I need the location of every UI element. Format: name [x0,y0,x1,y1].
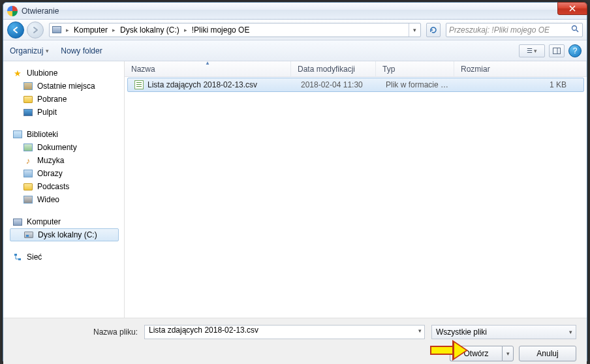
sidebar-network[interactable]: Sieć [10,250,124,264]
new-folder-button[interactable]: Nowy folder [61,46,102,55]
videos-icon [23,194,33,205]
footer: Nazwa pliku: Lista zdających 2018-02-13.… [3,318,587,364]
column-size[interactable]: Rozmiar [454,61,587,76]
column-headers: Nazwa▲ Data modyfikacji Typ Rozmiar [125,61,587,77]
file-open-dialog: Otwieranie ▸ Komputer ▸ Dysk lokalny (C:… [3,2,587,361]
breadcrumb-dropdown[interactable]: ▾ [409,23,420,37]
cancel-button[interactable]: Anuluj [519,346,576,361]
desktop-icon [23,107,33,117]
disk-icon [23,230,34,240]
help-button[interactable]: ? [568,44,582,57]
chevron-down-icon[interactable]: ▾ [418,327,422,334]
sidebar-item-downloads[interactable]: Pobrane [10,93,124,106]
view-options-button[interactable]: ☰ ▾ [519,44,545,57]
sidebar-item-music[interactable]: ♪Muzyka [10,154,124,167]
refresh-button[interactable] [426,23,441,37]
column-date[interactable]: Data modyfikacji [291,61,376,76]
breadcrumb-part[interactable]: Komputer [71,23,110,37]
star-icon: ★ [12,68,23,78]
svg-rect-4 [14,254,17,256]
breadcrumb-part[interactable]: Dysk lokalny (C:) [117,23,182,37]
sidebar-item-desktop[interactable]: Pulpit [10,106,124,119]
open-button-dropdown[interactable]: ▾ [502,346,514,361]
sidebar-item-documents[interactable]: Dokumenty [10,141,124,154]
search-input[interactable]: Przeszukaj: !Pliki mojego OE [446,23,583,37]
window-title: Otwieranie [22,7,59,16]
sidebar-favorites[interactable]: ★Ulubione [10,67,124,80]
chevron-down-icon: ▾ [569,329,572,335]
close-button[interactable] [557,2,587,15]
chevron-right-icon[interactable]: ▸ [182,27,189,33]
close-icon [569,5,576,12]
podcasts-icon [23,181,33,192]
breadcrumb-part[interactable]: !Pliki mojego OE [189,23,253,37]
file-type: Plik w formacie w... [379,80,458,89]
downloads-icon [23,94,33,104]
organize-menu[interactable]: Organizuj ▾ [10,46,49,55]
arrow-left-icon [12,26,20,34]
file-name: Lista zdających 2018-02-13.csv [128,80,294,89]
toolbar: Organizuj ▾ Nowy folder ☰ ▾ ? [3,40,587,61]
arrow-right-icon [31,26,39,34]
chevron-right-icon[interactable]: ▸ [64,27,71,33]
sidebar-item-recent[interactable]: Ostatnie miejsca [10,80,124,93]
svg-rect-2 [553,48,561,53]
filename-label: Nazwa pliku: [14,327,138,337]
chevron-down-icon: ▾ [534,48,537,54]
breadcrumb[interactable]: ▸ Komputer ▸ Dysk lokalny (C:) ▸ !Pliki … [49,23,421,37]
network-icon [12,252,23,262]
file-size: 1 KB [458,80,583,89]
titlebar[interactable]: Otwieranie [3,3,587,20]
refresh-icon [429,26,437,34]
search-placeholder: Przeszukaj: !Pliki mojego OE [449,25,550,35]
computer-icon [12,217,23,227]
callout-arrow [430,341,472,360]
sort-asc-icon: ▲ [205,60,210,66]
computer-icon [50,26,64,33]
nav-bar: ▸ Komputer ▸ Dysk lokalny (C:) ▸ !Pliki … [3,20,587,40]
libraries-icon [12,129,23,140]
chevron-down-icon: ▾ [46,48,49,54]
file-type-filter[interactable]: Wszystkie pliki ▾ [431,325,576,339]
file-row[interactable]: Lista zdających 2018-02-13.csv 2018-02-0… [127,78,584,92]
column-name[interactable]: Nazwa▲ [125,61,291,76]
chrome-icon [7,6,18,16]
pictures-icon [23,168,33,179]
file-date: 2018-02-04 11:30 [294,80,379,89]
sidebar-item-podcasts[interactable]: Podcasts [10,180,124,193]
help-icon: ? [573,46,578,55]
svg-rect-5 [18,258,21,260]
csv-file-icon [134,80,144,89]
sidebar-computer[interactable]: Komputer [10,215,124,228]
preview-pane-button[interactable] [549,44,565,57]
filename-input[interactable]: Lista zdających 2018-02-13.csv ▾ [144,325,425,339]
sidebar: ★Ulubione Ostatnie miejsca Pobrane Pulpi… [3,61,125,318]
list-view-icon: ☰ [527,47,533,54]
sidebar-item-pictures[interactable]: Obrazy [10,167,124,180]
recent-icon [23,81,33,91]
sidebar-item-local-disk-c[interactable]: Dysk lokalny (C:) [10,228,119,241]
music-icon: ♪ [23,155,33,166]
svg-line-1 [576,30,578,32]
svg-point-0 [572,25,577,30]
chevron-right-icon[interactable]: ▸ [110,27,117,33]
sidebar-libraries[interactable]: Biblioteki [10,128,124,141]
file-list: Nazwa▲ Data modyfikacji Typ Rozmiar List… [125,61,587,318]
column-type[interactable]: Typ [376,61,454,76]
back-button[interactable] [7,22,24,38]
pane-icon [553,48,561,54]
search-icon [571,25,580,35]
sidebar-item-videos[interactable]: Wideo [10,193,124,206]
forward-button[interactable] [27,22,44,38]
documents-icon [23,142,33,153]
